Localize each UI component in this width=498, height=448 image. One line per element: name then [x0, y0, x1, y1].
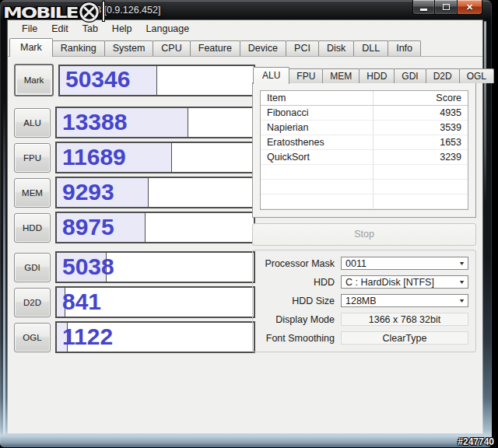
detail-tab-d2d[interactable]: D2D	[426, 68, 460, 83]
setting-row: Processor Mask 0011 ▼	[260, 257, 468, 270]
ogl-button[interactable]: OGL	[14, 323, 51, 352]
minimize-button[interactable]	[412, 0, 435, 15]
maximize-button[interactable]	[435, 0, 457, 15]
setting-label: HDD	[260, 277, 341, 288]
detail-tab-strip: ALUFPUMEMHDDGDID2DOGL	[252, 66, 476, 83]
benchmark-row-hdd: HDD 8975	[14, 212, 255, 243]
benchmark-score-bar: 1122	[55, 321, 255, 353]
setting-hdd-size[interactable]: 128MB ▼	[341, 294, 468, 307]
mobile01-emblem-icon	[79, 2, 100, 23]
mobile01-logo-text: MOBILE	[3, 5, 78, 20]
setting-row: Display Mode 1366 x 768 32bit	[260, 313, 468, 326]
stop-button[interactable]: Stop	[252, 223, 476, 246]
hdd-button[interactable]: HDD	[14, 213, 51, 243]
window-frame-highlight-left	[3, 101, 5, 435]
gdi-button[interactable]: GDI	[14, 253, 51, 282]
benchmark-score-value: 8975	[62, 213, 114, 240]
tab-pci[interactable]: PCI	[286, 40, 319, 56]
setting-value: 128MB	[345, 296, 456, 306]
benchmark-score-bar: 13388	[55, 107, 255, 138]
benchmark-panel: Mark 50346 ALU 13388 FPU 11689 MEM 9293 …	[14, 64, 255, 353]
detail-tab-gdi[interactable]: GDI	[394, 68, 426, 83]
alu-button[interactable]: ALU	[14, 108, 51, 138]
benchmark-score-bar: 11689	[55, 142, 255, 173]
score-table-row: Eratosthenes 1653	[261, 135, 468, 150]
table-header-score: Score	[384, 93, 461, 103]
fpu-button[interactable]: FPU	[14, 143, 51, 173]
client-area: FileEditTabHelpLanguage MarkRankingSyste…	[8, 20, 482, 433]
mobile01-logo-one	[102, 1, 105, 22]
chevron-down-icon: ▼	[458, 298, 465, 303]
benchmark-score-value: 50346	[65, 66, 130, 93]
main-tab-strip: MarkRankingSystemCPUFeatureDevicePCIDisk…	[8, 37, 482, 56]
score-table-row	[261, 165, 468, 180]
detail-tab-ogl[interactable]: OGL	[459, 68, 494, 83]
benchmark-score-value: 841	[62, 288, 101, 314]
score-item-value: 4935	[384, 107, 461, 118]
close-icon: ✕	[466, 3, 473, 12]
maximize-icon	[443, 4, 450, 10]
score-item-value: 1653	[384, 137, 461, 148]
score-table-row: Fibonacci 4935	[261, 106, 468, 121]
tab-device[interactable]: Device	[240, 40, 286, 56]
tab-ranking[interactable]: Ranking	[52, 40, 105, 56]
app-window: MOBILE R3 [0.9.126.452] ✕ FileEditTabHel…	[0, 0, 492, 447]
mark-button[interactable]: Mark	[14, 64, 54, 96]
close-button[interactable]: ✕	[457, 0, 482, 15]
menu-language[interactable]: Language	[139, 21, 197, 37]
score-table-header: Item Score	[261, 91, 468, 106]
d2d-button[interactable]: D2D	[14, 288, 51, 317]
post-id-watermark: #247740	[458, 436, 494, 447]
tab-feature[interactable]: Feature	[190, 40, 240, 56]
setting-processor-mask[interactable]: 0011 ▼	[341, 257, 468, 270]
score-table: Item Score Fibonacci 4935 Napierian 3539…	[260, 90, 468, 210]
tab-disk[interactable]: Disk	[318, 40, 354, 56]
setting-value: 0011	[345, 258, 456, 269]
titlebar: MOBILE R3 [0.9.126.452] ✕	[0, 0, 492, 20]
tab-info[interactable]: Info	[388, 40, 421, 56]
minimize-icon	[420, 9, 427, 11]
tab-cpu[interactable]: CPU	[153, 40, 190, 56]
tab-mark[interactable]: Mark	[9, 38, 53, 57]
setting-row: HDD Size 128MB ▼	[260, 294, 468, 307]
chevron-down-icon: ▼	[458, 261, 465, 266]
alu-detail-page: Item Score Fibonacci 4935 Napierian 3539…	[252, 82, 476, 218]
benchmark-row-mark: Mark 50346	[14, 64, 255, 96]
benchmark-row-alu: ALU 13388	[14, 107, 255, 138]
tab-system[interactable]: System	[104, 40, 154, 56]
mobile01-watermark-logo: MOBILE	[3, 1, 105, 24]
benchmark-score-bar: 5038	[55, 251, 255, 283]
benchmark-row-ogl: OGL 1122	[14, 321, 255, 353]
table-header-item: Item	[267, 93, 384, 103]
detail-tab-hdd[interactable]: HDD	[359, 68, 395, 83]
setting-label: Processor Mask	[260, 258, 341, 269]
tab-dll[interactable]: DLL	[353, 40, 388, 56]
detail-tab-fpu[interactable]: FPU	[289, 68, 323, 83]
score-item-name: Eratosthenes	[267, 137, 384, 148]
setting-value: ClearType	[383, 333, 427, 344]
benchmark-score-bar: 8975	[55, 212, 255, 243]
settings-group: Processor Mask 0011 ▼ HDD C : HardDisk […	[252, 250, 476, 352]
setting-label: Display Mode	[260, 314, 341, 325]
setting-value: 1366 x 768 32bit	[369, 314, 440, 325]
benchmark-score-bar: 841	[55, 286, 255, 318]
score-table-row: QuickSort 3239	[261, 150, 468, 165]
mem-button[interactable]: MEM	[14, 178, 51, 208]
detail-tab-mem[interactable]: MEM	[322, 68, 359, 83]
score-item-value: 3239	[384, 152, 461, 163]
benchmark-score-value: 1122	[62, 323, 113, 349]
benchmark-row-d2d: D2D 841	[14, 286, 255, 318]
detail-tab-alu[interactable]: ALU	[253, 67, 289, 84]
window-controls: ✕	[412, 0, 482, 15]
score-item-value: 3539	[384, 122, 461, 133]
benchmark-score-value: 11689	[62, 143, 126, 170]
menu-help[interactable]: Help	[105, 21, 139, 37]
score-table-row	[261, 180, 468, 194]
benchmark-score-value: 13388	[62, 108, 127, 135]
benchmark-score-bar: 50346	[58, 65, 255, 96]
setting-hdd[interactable]: C : HardDisk [NTFS] ▼	[341, 275, 468, 289]
chevron-down-icon: ▼	[458, 279, 465, 285]
mark-tab-page: Mark 50346 ALU 13388 FPU 11689 MEM 9293 …	[8, 56, 482, 433]
setting-font-smoothing: ClearType	[341, 331, 468, 345]
score-item-name: Napierian	[267, 122, 384, 133]
